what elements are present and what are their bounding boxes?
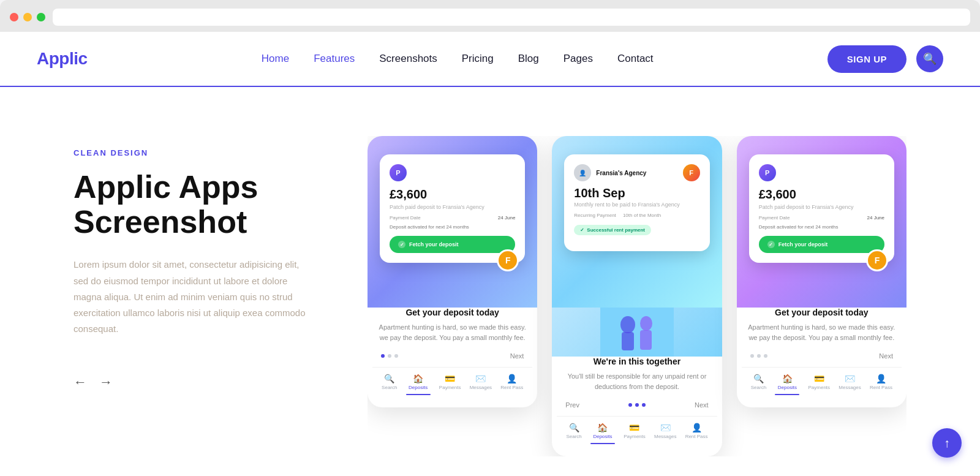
couple-illustration — [600, 308, 674, 357]
nav-right: SIGN UP 🔍 — [827, 45, 943, 73]
nav-rentpass-1[interactable]: 👤 Rent Pass — [500, 374, 523, 395]
dot-1-3 — [394, 354, 398, 358]
nav-link-screenshots[interactable]: Screenshots — [379, 53, 437, 64]
inner-row-1: Payment Date 24 June — [390, 215, 515, 221]
phone-card-3: P £3,600 Patch paid deposit to Fransia's… — [737, 136, 907, 407]
recurring-label-2: Recurring Payment 10th of the Month — [574, 213, 699, 218]
inner-card-header-3: P — [759, 164, 884, 181]
messages-nav-icon-2: ✉️ — [660, 423, 671, 433]
deposit-label-3: Deposit activated for next 24 months — [759, 224, 884, 230]
url-bar[interactable] — [53, 9, 970, 26]
nav-payments-3[interactable]: 💳 Payments — [809, 374, 831, 395]
payments-nav-label-3: Payments — [809, 385, 831, 390]
nav-link-pages[interactable]: Pages — [564, 53, 593, 64]
profile-info-2: Fransia's Agency — [596, 170, 646, 176]
nav-link-home[interactable]: Home — [262, 53, 289, 64]
next-arrow-button[interactable]: → — [99, 374, 113, 390]
svg-rect-2 — [622, 332, 634, 350]
fetch-deposit-label-3: Fetch your deposit — [778, 241, 828, 247]
fetch-deposit-btn-3[interactable]: ✓ Fetch your deposit — [759, 236, 884, 253]
dot-1-1 — [381, 354, 385, 358]
dot-3-1 — [750, 354, 754, 358]
messages-nav-label-3: Messages — [839, 385, 861, 390]
search-icon: 🔍 — [923, 52, 937, 66]
nav-item-pricing[interactable]: Pricing — [462, 53, 494, 65]
deposits-nav-icon-1: 🏠 — [413, 374, 423, 383]
nav-payments-2[interactable]: 💳 Payments — [624, 423, 646, 444]
nav-link-features[interactable]: Features — [314, 53, 355, 64]
search-button[interactable]: 🔍 — [916, 45, 943, 72]
inner-amount-1: £3,600 — [390, 187, 515, 202]
nav-arrows: ← → — [74, 374, 331, 390]
search-nav-label-2: Search — [566, 434, 581, 439]
nav-link-contact[interactable]: Contact — [617, 53, 654, 64]
nav-item-contact[interactable]: Contact — [617, 53, 654, 65]
nav-link-pricing[interactable]: Pricing — [462, 53, 494, 64]
card-title-3: Get your deposit today — [747, 308, 897, 317]
nav-item-pages[interactable]: Pages — [564, 53, 593, 65]
deposits-nav-icon-3: 🏠 — [782, 374, 793, 383]
fetch-deposit-btn-1[interactable]: ✓ Fetch your deposit — [390, 236, 515, 253]
next-label-2[interactable]: Next — [695, 401, 709, 409]
minimize-dot[interactable] — [23, 13, 32, 21]
nav-messages-2[interactable]: ✉️ Messages — [654, 423, 676, 444]
nav-messages-3[interactable]: ✉️ Messages — [839, 374, 861, 395]
prev-arrow-button[interactable]: ← — [74, 374, 87, 390]
card-desc-2: You'll still be responsible for any unpa… — [562, 371, 712, 391]
check-icon-3: ✓ — [767, 241, 775, 248]
nav-item-blog[interactable]: Blog — [518, 53, 539, 65]
scroll-top-button[interactable]: ↑ — [932, 428, 962, 458]
card-desc-3: Apartment hunting is hard, so we made th… — [747, 322, 897, 342]
search-nav-icon-1: 🔍 — [384, 374, 394, 383]
check-icon-1: ✓ — [398, 241, 405, 248]
check-icon-2: ✓ — [580, 227, 584, 233]
nav-search-2[interactable]: 🔍 Search — [566, 423, 581, 444]
date-sublabel-2: Monthly rent to be paid to Fransia's Age… — [574, 202, 699, 208]
expand-dot[interactable] — [37, 13, 45, 21]
nav-rentpass-2[interactable]: 👤 Rent Pass — [685, 423, 708, 444]
next-label-1[interactable]: Next — [510, 352, 524, 360]
payment-date-value-3: 24 June — [867, 215, 884, 221]
rentpass-nav-label-3: Rent Pass — [870, 385, 892, 390]
phone-bottom-nav-2: 🔍 Search 🏠 Deposits 💳 Payments ✉️ — [557, 416, 717, 444]
nav-item-screenshots[interactable]: Screenshots — [379, 53, 437, 65]
payment-date-label-1: Payment Date — [390, 215, 421, 221]
phone-screen-1: P £3,600 Patch paid deposit to Fransia's… — [368, 136, 537, 308]
messages-nav-icon-1: ✉️ — [475, 374, 486, 383]
main-title: Applic Apps Screenshot — [74, 170, 331, 240]
svg-point-1 — [620, 316, 635, 333]
nav-item-home[interactable]: Home — [262, 53, 289, 65]
nav-link-blog[interactable]: Blog — [518, 53, 539, 64]
prev-label-2[interactable]: Prev — [565, 401, 579, 409]
profile-name-2: Fransia's Agency — [596, 170, 646, 176]
nav-rentpass-3[interactable]: 👤 Rent Pass — [870, 374, 892, 395]
nav-deposits-1[interactable]: 🏠 Deposits — [406, 374, 431, 395]
card-info-2: We're in this together You'll still be r… — [552, 357, 722, 409]
nav-deposits-2[interactable]: 🏠 Deposits — [590, 423, 615, 444]
nav-payments-1[interactable]: 💳 Payments — [439, 374, 461, 395]
nav-links: Home Features Screenshots Pricing Blog P… — [262, 53, 654, 65]
next-label-3[interactable]: Next — [879, 352, 893, 360]
phone-card-2: 👤 Fransia's Agency F 10th Sep Monthly re… — [552, 136, 722, 456]
nav-deposits-3[interactable]: 🏠 Deposits — [775, 374, 799, 395]
signup-button[interactable]: SIGN UP — [827, 45, 907, 73]
logo[interactable]: Applic — [37, 49, 88, 69]
phone-screen-2: 👤 Fransia's Agency F 10th Sep Monthly re… — [552, 136, 722, 308]
dots-2 — [628, 403, 646, 407]
payments-nav-label-1: Payments — [439, 385, 461, 390]
nav-search-1[interactable]: 🔍 Search — [382, 374, 397, 395]
profile-pic-2: 👤 — [574, 164, 591, 181]
dot-3-2 — [757, 354, 761, 358]
fetch-deposit-label-1: Fetch your deposit — [409, 241, 459, 247]
dot-2-1 — [628, 403, 632, 407]
close-dot[interactable] — [10, 13, 18, 21]
rentpass-nav-icon-3: 👤 — [876, 374, 886, 383]
search-nav-icon-2: 🔍 — [569, 423, 579, 433]
inner-card-1: P £3,600 Patch paid deposit to Fransia's… — [380, 154, 525, 263]
nav-messages-1[interactable]: ✉️ Messages — [470, 374, 492, 395]
nav-search-3[interactable]: 🔍 Search — [751, 374, 766, 395]
inner-card-3: P £3,600 Patch paid deposit to Fransia's… — [749, 154, 894, 263]
search-nav-label-3: Search — [751, 385, 766, 390]
nav-item-features[interactable]: Features — [314, 53, 355, 65]
card-info-3: Get your deposit today Apartment hunting… — [737, 308, 907, 360]
